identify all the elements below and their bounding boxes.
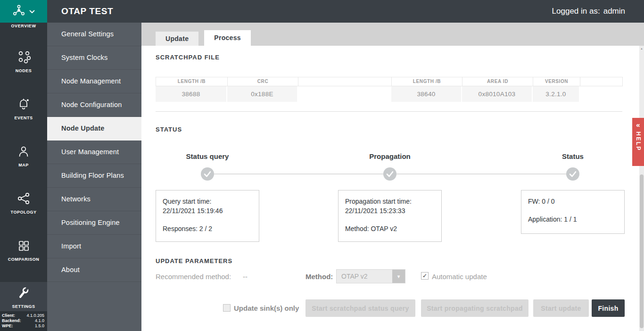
- spacer: [528, 206, 618, 215]
- version-label: Backend:: [2, 318, 21, 323]
- finish-button[interactable]: Finish: [592, 299, 625, 317]
- comparison-grid-icon: [17, 239, 31, 253]
- table-value-cell: 0x188E: [227, 86, 298, 102]
- info-line: Responses: 2 / 2: [163, 224, 252, 233]
- help-tab-label: HELP: [635, 132, 642, 151]
- menu-item-user-management[interactable]: User Management: [47, 141, 141, 164]
- menu-item-general-settings[interactable]: General Settings: [47, 23, 141, 46]
- table-value-cell: 38640: [391, 86, 462, 102]
- spacer: [345, 215, 435, 224]
- update-sinks-checkbox[interactable]: [223, 304, 231, 312]
- version-value: 1.5.0: [35, 323, 44, 329]
- menu-item-node-update[interactable]: Node Update: [47, 117, 141, 141]
- bell-icon: [17, 97, 31, 111]
- table-value-cell: 3.2.1.0: [533, 86, 580, 102]
- sidebar-item-comparison[interactable]: COMPARISON: [0, 235, 47, 282]
- table-header-cell: LENGTH /B: [391, 77, 462, 86]
- menu-item-node-management[interactable]: Node Management: [47, 70, 141, 93]
- tab-update[interactable]: Update: [156, 32, 198, 46]
- table-header-cell: [580, 77, 623, 86]
- menu-item-positioning-engine[interactable]: Positioning Engine: [47, 211, 141, 235]
- menu-item-import[interactable]: Import: [47, 235, 141, 258]
- sidebar-item-overview[interactable]: OVERVIEW: [0, 23, 47, 28]
- menu-item-networks[interactable]: Networks: [47, 188, 141, 211]
- menu-item-building-floor-plans[interactable]: Building Floor Plans: [47, 164, 141, 188]
- update-parameters-heading: UPDATE PARAMETERS: [156, 257, 232, 265]
- table-header-cell: [298, 77, 392, 86]
- tab-process[interactable]: Process: [204, 30, 251, 46]
- start-scratchpad-status-query-button[interactable]: Start scratchpad status query: [305, 299, 415, 317]
- content-panel: SCRATCHPAD FILE LENGTH /B CRC LENGTH /B …: [141, 46, 639, 331]
- menu-item-system-clocks[interactable]: System Clocks: [47, 46, 141, 70]
- table-value-cell: 0x8010A103: [462, 86, 533, 102]
- method-label: Method:: [305, 273, 333, 281]
- dropdown-arrow-icon: ▾: [392, 270, 405, 283]
- info-line: FW: 0 / 0: [528, 197, 618, 206]
- sidebar-item-topology[interactable]: TOPOLOGY: [0, 188, 47, 235]
- menu-item-about[interactable]: About: [47, 258, 141, 282]
- status-result-box: FW: 0 / 0 Application: 1 / 1: [521, 190, 625, 234]
- sidebar-item-events[interactable]: EVENTS: [0, 93, 47, 141]
- status-query-box: Query start time: 22/11/2021 15:19:46 Re…: [156, 190, 259, 242]
- info-line: Propagation start time:: [345, 197, 435, 206]
- table-value-cell: 38688: [156, 86, 227, 102]
- info-line: Method: OTAP v2: [345, 224, 435, 233]
- vertical-scrollbar[interactable]: ▲: [639, 46, 644, 331]
- version-row: Client: 4.1.0.205: [2, 313, 44, 318]
- version-value: 4.1.0: [35, 318, 44, 323]
- rail-item-label: MAP: [18, 163, 29, 167]
- table-header-cell: LENGTH /B: [156, 77, 228, 86]
- version-row: WPE: 1.5.0: [2, 323, 44, 329]
- tab-bar: Update Process: [156, 23, 251, 46]
- step-check-circle: [383, 167, 396, 181]
- rail-item-label: SETTINGS: [12, 304, 35, 309]
- propagation-box: Propagation start time: 22/11/2021 15:23…: [338, 190, 442, 242]
- nodes-icon: [17, 50, 31, 64]
- icon-rail: OVERVIEW NODES: [0, 23, 47, 331]
- step-check-circle: [566, 167, 579, 181]
- chevron-down-icon: [29, 7, 35, 16]
- check-icon: ✓: [422, 273, 427, 279]
- automatic-update-checkbox[interactable]: ✓: [421, 272, 429, 280]
- rail-item-label: NODES: [16, 68, 32, 73]
- step-label-status-query: Status query: [186, 152, 229, 160]
- sidebar-item-nodes[interactable]: NODES: [0, 46, 47, 93]
- version-value: 4.1.0.205: [26, 313, 44, 318]
- table-header-cell: VERSION: [533, 77, 580, 86]
- app-logo-button[interactable]: [0, 0, 47, 23]
- version-label: Client:: [2, 313, 15, 318]
- help-tab[interactable]: « HELP: [632, 118, 644, 166]
- step-check-circle: [201, 167, 214, 181]
- logged-in-label: Logged in as:: [552, 7, 600, 16]
- rail-item-label: COMPARISON: [8, 257, 39, 262]
- start-update-button[interactable]: Start update: [533, 299, 589, 317]
- menu-item-node-configuration[interactable]: Node Configuration: [47, 93, 141, 117]
- recommended-method-value: --: [243, 273, 248, 281]
- version-info: Client: 4.1.0.205 Backend: 4.1.0 WPE: 1.…: [0, 311, 47, 331]
- status-heading: STATUS: [156, 126, 182, 133]
- settings-menu: General Settings System Clocks Node Mana…: [47, 23, 141, 331]
- scratchpad-file-heading: SCRATCHPAD FILE: [156, 54, 220, 61]
- topology-icon: [17, 191, 31, 206]
- table-header-cell: CRC: [227, 77, 298, 86]
- info-line: Application: 1 / 1: [528, 215, 618, 224]
- scratchpad-table: LENGTH /B CRC LENGTH /B AREA ID VERSION …: [156, 77, 622, 102]
- main-area: Update Process SCRATCHPAD FILE LENGTH /B…: [141, 23, 644, 331]
- version-row: Backend: 4.1.0: [2, 318, 44, 323]
- topbar: OTAP TEST Logged in as:admin: [0, 0, 644, 23]
- info-line: 22/11/2021 15:23:33: [345, 206, 435, 215]
- sidebar-item-map[interactable]: MAP: [0, 141, 47, 188]
- method-select[interactable]: OTAP v2 ▾: [336, 269, 405, 283]
- start-propagating-scratchpad-button[interactable]: Start propagating scratchpad: [421, 299, 528, 317]
- info-line: 22/11/2021 15:19:46: [163, 206, 252, 215]
- version-label: WPE:: [2, 323, 13, 329]
- page-title: OTAP TEST: [61, 0, 113, 23]
- wrench-icon: [17, 286, 31, 300]
- logged-in-status: Logged in as:admin: [552, 0, 625, 23]
- spacer: [163, 215, 252, 224]
- person-icon: [17, 144, 31, 158]
- network-logo-icon: [13, 5, 25, 18]
- scroll-up-arrow-icon[interactable]: ▲: [639, 46, 644, 51]
- scrollbar-thumb[interactable]: [640, 174, 644, 328]
- table-header-cell: AREA ID: [462, 77, 533, 86]
